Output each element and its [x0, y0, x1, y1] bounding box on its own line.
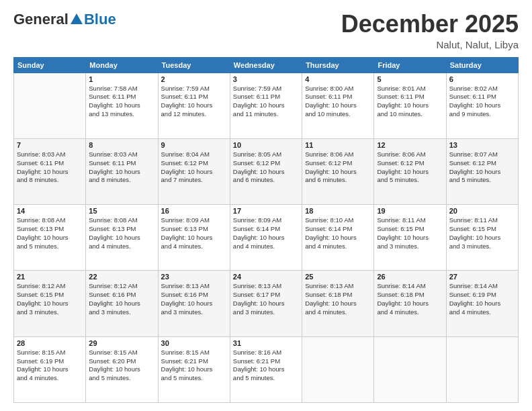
weekday-header: Friday [374, 57, 446, 73]
table-row: 24Sunrise: 8:13 AM Sunset: 6:17 PM Dayli… [230, 271, 302, 336]
day-number: 20 [449, 207, 515, 215]
day-number: 27 [449, 273, 515, 281]
day-number: 28 [17, 339, 83, 347]
table-row: 7Sunrise: 8:03 AM Sunset: 6:11 PM Daylig… [14, 138, 86, 204]
calendar-table: SundayMondayTuesdayWednesdayThursdayFrid… [13, 57, 519, 403]
header: General Blue December 2025 Nalut, Nalut,… [13, 11, 519, 50]
table-row: 10Sunrise: 8:05 AM Sunset: 6:12 PM Dayli… [230, 138, 302, 204]
day-number: 17 [233, 207, 299, 215]
table-row: 2Sunrise: 7:59 AM Sunset: 6:11 PM Daylig… [158, 73, 230, 138]
logo-blue-text: Blue [84, 11, 116, 28]
day-info: Sunrise: 8:16 AM Sunset: 6:21 PM Dayligh… [233, 349, 299, 383]
day-info: Sunrise: 8:08 AM Sunset: 6:13 PM Dayligh… [17, 216, 83, 250]
day-info: Sunrise: 8:15 AM Sunset: 6:19 PM Dayligh… [17, 349, 83, 383]
table-row: 16Sunrise: 8:09 AM Sunset: 6:13 PM Dayli… [158, 205, 230, 271]
table-row: 30Sunrise: 8:15 AM Sunset: 6:21 PM Dayli… [158, 336, 230, 402]
day-number: 19 [377, 207, 443, 215]
logo-icon [69, 12, 84, 27]
day-info: Sunrise: 8:15 AM Sunset: 6:21 PM Dayligh… [161, 349, 227, 383]
day-info: Sunrise: 8:13 AM Sunset: 6:16 PM Dayligh… [161, 282, 227, 316]
table-row: 27Sunrise: 8:14 AM Sunset: 6:19 PM Dayli… [446, 271, 518, 336]
day-info: Sunrise: 8:11 AM Sunset: 6:15 PM Dayligh… [449, 216, 515, 250]
day-info: Sunrise: 8:10 AM Sunset: 6:14 PM Dayligh… [305, 216, 371, 250]
calendar-week-row: 21Sunrise: 8:12 AM Sunset: 6:15 PM Dayli… [14, 271, 519, 336]
day-number: 7 [17, 141, 83, 149]
day-number: 10 [233, 141, 299, 149]
table-row: 25Sunrise: 8:13 AM Sunset: 6:18 PM Dayli… [302, 271, 374, 336]
day-number: 12 [377, 141, 443, 149]
day-number: 25 [305, 273, 371, 281]
title-block: December 2025 Nalut, Nalut, Libya [341, 11, 519, 50]
table-row: 21Sunrise: 8:12 AM Sunset: 6:15 PM Dayli… [14, 271, 86, 336]
day-info: Sunrise: 8:02 AM Sunset: 6:11 PM Dayligh… [449, 85, 515, 119]
day-info: Sunrise: 8:07 AM Sunset: 6:12 PM Dayligh… [449, 150, 515, 185]
day-info: Sunrise: 8:14 AM Sunset: 6:18 PM Dayligh… [377, 282, 443, 316]
header-row: SundayMondayTuesdayWednesdayThursdayFrid… [14, 57, 519, 73]
day-number: 30 [161, 339, 227, 347]
logo: General Blue [13, 11, 116, 28]
page: General Blue December 2025 Nalut, Nalut,… [0, 0, 532, 411]
table-row: 20Sunrise: 8:11 AM Sunset: 6:15 PM Dayli… [446, 205, 518, 271]
logo-general-text: General [13, 11, 69, 28]
day-info: Sunrise: 8:13 AM Sunset: 6:17 PM Dayligh… [233, 282, 299, 316]
day-number: 31 [233, 339, 299, 347]
day-info: Sunrise: 8:03 AM Sunset: 6:11 PM Dayligh… [17, 150, 83, 185]
day-info: Sunrise: 8:08 AM Sunset: 6:13 PM Dayligh… [89, 216, 154, 250]
day-info: Sunrise: 8:05 AM Sunset: 6:12 PM Dayligh… [233, 150, 299, 185]
day-info: Sunrise: 8:15 AM Sunset: 6:20 PM Dayligh… [89, 349, 154, 383]
table-row: 17Sunrise: 8:09 AM Sunset: 6:14 PM Dayli… [230, 205, 302, 271]
table-row: 9Sunrise: 8:04 AM Sunset: 6:12 PM Daylig… [158, 138, 230, 204]
day-info: Sunrise: 8:14 AM Sunset: 6:19 PM Dayligh… [449, 282, 515, 316]
table-row [446, 336, 518, 402]
day-info: Sunrise: 8:03 AM Sunset: 6:11 PM Dayligh… [89, 150, 154, 185]
table-row: 15Sunrise: 8:08 AM Sunset: 6:13 PM Dayli… [86, 205, 158, 271]
day-number: 9 [161, 141, 227, 149]
day-number: 3 [233, 75, 299, 83]
table-row: 26Sunrise: 8:14 AM Sunset: 6:18 PM Dayli… [374, 271, 446, 336]
day-number: 21 [17, 273, 83, 281]
day-number: 11 [305, 141, 371, 149]
day-number: 2 [161, 75, 227, 83]
weekday-header: Thursday [302, 57, 374, 73]
day-number: 13 [449, 141, 515, 149]
day-info: Sunrise: 7:59 AM Sunset: 6:11 PM Dayligh… [233, 85, 299, 119]
table-row: 4Sunrise: 8:00 AM Sunset: 6:11 PM Daylig… [302, 73, 374, 138]
weekday-header: Monday [86, 57, 158, 73]
day-info: Sunrise: 8:12 AM Sunset: 6:16 PM Dayligh… [89, 282, 154, 316]
day-number: 4 [305, 75, 371, 83]
day-info: Sunrise: 8:11 AM Sunset: 6:15 PM Dayligh… [377, 216, 443, 250]
day-info: Sunrise: 8:13 AM Sunset: 6:18 PM Dayligh… [305, 282, 371, 316]
weekday-header: Sunday [14, 57, 86, 73]
location: Nalut, Nalut, Libya [341, 39, 519, 50]
table-row: 5Sunrise: 8:01 AM Sunset: 6:11 PM Daylig… [374, 73, 446, 138]
calendar-week-row: 7Sunrise: 8:03 AM Sunset: 6:11 PM Daylig… [14, 138, 519, 204]
day-number: 14 [17, 207, 83, 215]
day-number: 29 [89, 339, 154, 347]
day-info: Sunrise: 7:59 AM Sunset: 6:11 PM Dayligh… [161, 85, 227, 119]
day-number: 23 [161, 273, 227, 281]
day-number: 15 [89, 207, 154, 215]
day-number: 18 [305, 207, 371, 215]
table-row: 8Sunrise: 8:03 AM Sunset: 6:11 PM Daylig… [86, 138, 158, 204]
table-row: 13Sunrise: 8:07 AM Sunset: 6:12 PM Dayli… [446, 138, 518, 204]
calendar-week-row: 28Sunrise: 8:15 AM Sunset: 6:19 PM Dayli… [14, 336, 519, 402]
day-number: 24 [233, 273, 299, 281]
weekday-header: Tuesday [158, 57, 230, 73]
day-info: Sunrise: 8:06 AM Sunset: 6:12 PM Dayligh… [377, 150, 443, 185]
table-row: 14Sunrise: 8:08 AM Sunset: 6:13 PM Dayli… [14, 205, 86, 271]
weekday-header: Wednesday [230, 57, 302, 73]
table-row [14, 73, 86, 138]
day-number: 1 [89, 75, 154, 83]
table-row: 22Sunrise: 8:12 AM Sunset: 6:16 PM Dayli… [86, 271, 158, 336]
table-row: 1Sunrise: 7:58 AM Sunset: 6:11 PM Daylig… [86, 73, 158, 138]
day-info: Sunrise: 8:04 AM Sunset: 6:12 PM Dayligh… [161, 150, 227, 185]
day-info: Sunrise: 8:12 AM Sunset: 6:15 PM Dayligh… [17, 282, 83, 316]
day-info: Sunrise: 8:01 AM Sunset: 6:11 PM Dayligh… [377, 85, 443, 119]
table-row: 11Sunrise: 8:06 AM Sunset: 6:12 PM Dayli… [302, 138, 374, 204]
table-row: 19Sunrise: 8:11 AM Sunset: 6:15 PM Dayli… [374, 205, 446, 271]
table-row: 29Sunrise: 8:15 AM Sunset: 6:20 PM Dayli… [86, 336, 158, 402]
svg-marker-0 [71, 13, 83, 24]
day-number: 16 [161, 207, 227, 215]
day-info: Sunrise: 7:58 AM Sunset: 6:11 PM Dayligh… [89, 85, 154, 119]
table-row: 31Sunrise: 8:16 AM Sunset: 6:21 PM Dayli… [230, 336, 302, 402]
